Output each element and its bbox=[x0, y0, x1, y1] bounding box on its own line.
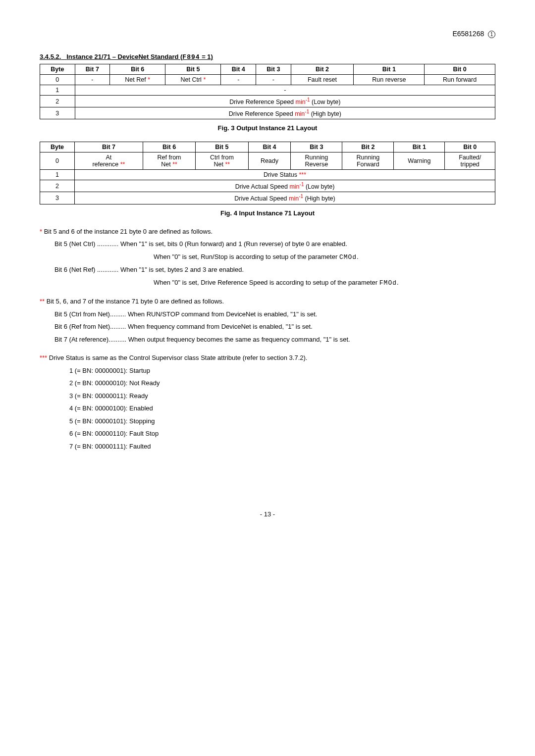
cell-text: (Low byte) bbox=[304, 183, 334, 190]
footnote-lead: Drive Status is same as the Control Supe… bbox=[49, 354, 308, 361]
td: Drive Reference Speed min-1 (Low byte) bbox=[75, 96, 495, 107]
param-code: CMOd bbox=[339, 253, 357, 261]
td: Net Ctrl * bbox=[165, 75, 221, 85]
td: 0 bbox=[40, 75, 75, 85]
section-heading: 3.4.5.2. Instance 21/71 – DeviceNet Stan… bbox=[40, 53, 495, 61]
footnote-3: *** Drive Status is same as the Control … bbox=[40, 353, 495, 363]
red-star: * bbox=[40, 228, 44, 235]
th: Bit 0 bbox=[425, 64, 495, 75]
th: Bit 6 bbox=[110, 64, 165, 75]
td: Drive Status *** bbox=[74, 170, 495, 180]
td: Drive Reference Speed min-1 (High byte) bbox=[75, 107, 495, 119]
table-row: 3 Drive Actual Speed min-1 (High byte) bbox=[40, 192, 495, 204]
th: Bit 7 bbox=[74, 142, 143, 152]
table-row: 1 - bbox=[40, 85, 495, 96]
td: Run forward bbox=[425, 75, 495, 85]
red-star: *** bbox=[299, 171, 306, 178]
td: Fault reset bbox=[291, 75, 354, 85]
footnote-3-item: 6 (= BN: 00000110): Fault Stop bbox=[69, 429, 495, 439]
th: Byte bbox=[40, 142, 75, 152]
td: Net Ref * bbox=[110, 75, 165, 85]
footnote-3-item: 5 (= BN: 00000101): Stopping bbox=[69, 416, 495, 426]
red-text: min bbox=[289, 183, 299, 190]
cell-text: Drive Reference Speed bbox=[229, 99, 295, 105]
footnote-lead: Bit 5, 6, and 7 of the instance 71 byte … bbox=[47, 298, 224, 305]
th: Bit 2 bbox=[291, 64, 354, 75]
cell-text: (High byte) bbox=[309, 110, 341, 117]
footnote-3-item: 4 (= BN: 00000100): Enabled bbox=[69, 403, 495, 413]
th: Bit 5 bbox=[196, 142, 248, 152]
td: - bbox=[75, 75, 110, 85]
cell-text: Forward bbox=[357, 161, 379, 168]
cell-text: tripped bbox=[461, 161, 480, 168]
red-star: ** bbox=[120, 161, 125, 168]
th: Bit 6 bbox=[143, 142, 195, 152]
red-star: * bbox=[148, 76, 150, 83]
table-header-row: Byte Bit 7 Bit 6 Bit 5 Bit 4 Bit 3 Bit 2… bbox=[40, 142, 495, 152]
footnote-1-line: Bit 6 (Net Ref) ............ When "1" is… bbox=[54, 265, 495, 275]
footnote-1-line: When "0" is set, Run/Stop is according t… bbox=[154, 252, 495, 262]
fig3-caption: Fig. 3 Output Instance 21 Layout bbox=[40, 124, 495, 132]
page-number: - 13 - bbox=[40, 510, 495, 518]
td: Ready bbox=[248, 152, 291, 170]
td: 3 bbox=[40, 107, 75, 119]
th: Bit 7 bbox=[75, 64, 110, 75]
th: Bit 0 bbox=[445, 142, 495, 152]
text: When "0" is set, Drive Reference Speed i… bbox=[154, 279, 379, 286]
cell-text: Net Ctrl bbox=[181, 76, 204, 83]
red-sup: -1 bbox=[299, 194, 303, 199]
td: Faulted/tripped bbox=[445, 152, 495, 170]
td: Ctrl fromNet ** bbox=[196, 152, 248, 170]
cell-text: Faulted/ bbox=[459, 154, 481, 161]
footnote-1-line: When "0" is set, Drive Reference Speed i… bbox=[154, 278, 495, 288]
td: Drive Actual Speed min-1 (High byte) bbox=[74, 192, 495, 204]
cell-text: reference bbox=[92, 161, 120, 168]
td: - bbox=[75, 85, 495, 96]
td: 2 bbox=[40, 96, 75, 107]
th: Bit 1 bbox=[394, 142, 445, 152]
td: RunningReverse bbox=[291, 152, 342, 170]
output-instance-table: Byte Bit 7 Bit 6 Bit 5 Bit 4 Bit 3 Bit 2… bbox=[40, 64, 495, 119]
table-row: 2 Drive Reference Speed min-1 (Low byte) bbox=[40, 96, 495, 107]
page-header: E6581268 1 bbox=[40, 30, 495, 38]
th: Byte bbox=[40, 64, 75, 75]
td: - bbox=[221, 75, 256, 85]
cell-text: Running bbox=[305, 154, 328, 161]
cell-text: (High byte) bbox=[303, 196, 335, 202]
td: 2 bbox=[40, 180, 75, 192]
red-star: *** bbox=[40, 354, 49, 361]
red-star: * bbox=[203, 76, 206, 83]
section-tail: = 1) bbox=[200, 53, 213, 60]
table-header-row: Byte Bit 7 Bit 6 Bit 5 Bit 4 Bit 3 Bit 2… bbox=[40, 64, 495, 75]
cell-text: Running bbox=[357, 154, 380, 161]
cell-text: Net bbox=[214, 161, 225, 168]
red-star: ** bbox=[40, 298, 47, 305]
table-row: 0 - Net Ref * Net Ctrl * - - Fault reset… bbox=[40, 75, 495, 85]
th: Bit 1 bbox=[354, 64, 425, 75]
th: Bit 5 bbox=[165, 64, 221, 75]
td: Drive Actual Speed min-1 (Low byte) bbox=[74, 180, 495, 192]
td: Warning bbox=[394, 152, 445, 170]
cell-text: At bbox=[106, 154, 112, 161]
red-star: ** bbox=[172, 161, 177, 168]
footnote-3-item: 2 (= BN: 00000010): Not Ready bbox=[69, 378, 495, 388]
footnote-lead: Bit 5 and 6 of the instance 21 byte 0 ar… bbox=[44, 228, 213, 235]
red-text: min bbox=[289, 196, 299, 202]
table-row: 1 Drive Status *** bbox=[40, 170, 495, 180]
footnote-2: ** Bit 5, 6, and 7 of the instance 71 by… bbox=[40, 297, 495, 306]
cell-text: Ctrl from bbox=[210, 154, 234, 161]
td: RunningForward bbox=[342, 152, 394, 170]
red-sup: -1 bbox=[306, 97, 310, 102]
cell-text: Drive Reference Speed bbox=[229, 110, 295, 117]
input-instance-table: Byte Bit 7 Bit 6 Bit 5 Bit 4 Bit 3 Bit 2… bbox=[40, 142, 495, 204]
th: Bit 3 bbox=[291, 142, 342, 152]
cell-text: Reverse bbox=[305, 161, 328, 168]
td: - bbox=[256, 75, 291, 85]
footnote-2-line: Bit 5 (Ctrl from Net)......... When RUN/… bbox=[54, 309, 495, 319]
th: Bit 3 bbox=[256, 64, 291, 75]
param-code: FMOd bbox=[379, 279, 397, 287]
footnote-2-line: Bit 6 (Ref from Net)......... When frequ… bbox=[54, 322, 495, 332]
table-row: 3 Drive Reference Speed min-1 (High byte… bbox=[40, 107, 495, 119]
section-number: 3.4.5.2. bbox=[40, 53, 61, 60]
cell-text: Net bbox=[161, 161, 172, 168]
